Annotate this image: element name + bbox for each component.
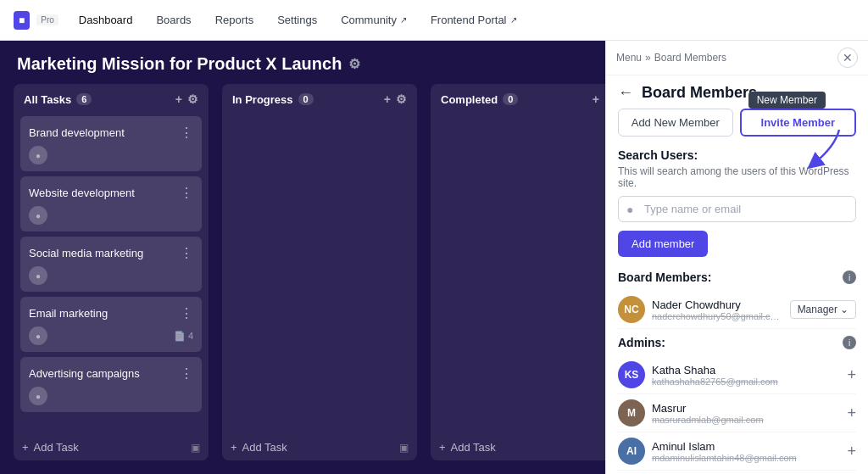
search-section: Search Users: This will search among the…	[618, 148, 856, 270]
member-email: naderchowdhury50@gmail.com	[652, 311, 783, 321]
avatar: NC	[618, 296, 645, 323]
search-input-wrap: ●	[618, 196, 856, 222]
nav-dashboard[interactable]: Dashboard	[69, 8, 143, 31]
panel-close-button[interactable]: ✕	[837, 47, 858, 68]
task-card: Email marketing ⋮ ● 📄 4	[20, 297, 202, 352]
column-count-all-tasks: 6	[76, 93, 92, 105]
column-count-completed: 0	[503, 93, 518, 105]
add-admin-button[interactable]: +	[847, 404, 856, 422]
avatar-icon: ●	[36, 332, 41, 341]
search-desc: This will search among the users of this…	[618, 165, 856, 189]
add-task-extra-icon: ▣	[399, 442, 409, 454]
task-avatar: ●	[29, 326, 47, 345]
board-title: Marketing Mission for Product X Launch	[17, 54, 342, 74]
attachment-count: 4	[188, 331, 193, 341]
add-task-button-in-progress[interactable]: + Add Task ▣	[222, 434, 417, 460]
panel-topbar: Menu » Board Members ✕	[606, 41, 868, 75]
add-task-icon[interactable]: +	[593, 92, 599, 106]
task-attachment: 📄 4	[174, 331, 193, 342]
settings-column-icon[interactable]: ⚙	[396, 92, 407, 106]
avatar-icon: ●	[36, 271, 41, 281]
admin-name: Aminul Islam	[652, 440, 840, 453]
board-header: Marketing Mission for Product X Launch ⚙	[0, 41, 605, 84]
breadcrumb-menu: Menu	[616, 52, 642, 64]
avatar-icon: ●	[36, 392, 41, 401]
breadcrumb-page: Board Members	[654, 52, 726, 64]
board-members-label: Board Members:	[618, 270, 711, 284]
admin-email: masruradmlab@gmail.com	[652, 415, 840, 425]
admin-row: KS Katha Shaha kathashaha82765@gmail.com…	[618, 356, 856, 394]
task-avatar: ●	[29, 206, 47, 225]
add-admin-button[interactable]: +	[847, 443, 856, 460]
task-avatar: ●	[29, 266, 47, 285]
panel-title-row: ← Board Members	[606, 75, 868, 109]
add-admin-button[interactable]: +	[847, 366, 856, 384]
avatar: KS	[618, 361, 645, 388]
column-count-in-progress: 0	[298, 93, 314, 105]
breadcrumb: Menu » Board Members	[616, 52, 726, 64]
avatar-icon: ●	[36, 211, 41, 220]
column-completed: Completed 0 + ⚙ + Add Task ▣	[431, 84, 605, 460]
add-task-extra-icon: ▣	[191, 442, 200, 454]
member-info: Nader Chowdhury naderchowdhury50@gmail.c…	[652, 298, 783, 321]
task-menu-icon[interactable]: ⋮	[180, 125, 193, 141]
breadcrumb-separator: »	[645, 52, 651, 64]
back-arrow-icon[interactable]: ←	[618, 84, 633, 102]
task-menu-icon[interactable]: ⋮	[180, 245, 193, 261]
plus-icon: +	[22, 441, 29, 454]
nav-frontend-portal[interactable]: Frontend Portal ↗	[420, 8, 527, 31]
role-dropdown[interactable]: Manager ⌄	[790, 300, 856, 319]
add-member-button[interactable]: Add member	[618, 231, 708, 257]
admin-row: M Masrur masruradmlab@gmail.com +	[618, 394, 856, 432]
avatar: AI	[618, 438, 645, 465]
main-area: Marketing Mission for Product X Launch ⚙…	[0, 41, 868, 474]
search-icon: ●	[626, 203, 633, 216]
search-input[interactable]	[618, 196, 856, 222]
admins-info-icon[interactable]: i	[843, 336, 856, 349]
task-title: Advertising campaigns	[29, 367, 140, 380]
task-avatar: ●	[29, 387, 47, 405]
attachment-icon: 📄	[174, 331, 186, 342]
board-area: Marketing Mission for Product X Launch ⚙…	[0, 41, 605, 474]
add-task-button-completed[interactable]: + Add Task ▣	[431, 434, 605, 460]
task-menu-icon[interactable]: ⋮	[180, 305, 193, 321]
columns-container: All Tasks 6 + ⚙ Brand development ⋮	[0, 84, 605, 474]
logo: ■	[14, 11, 30, 30]
column-body-all-tasks: Brand development ⋮ ● Website developmen…	[14, 113, 209, 434]
task-title: Brand development	[29, 126, 125, 139]
avatar: M	[618, 399, 645, 427]
add-task-button-all-tasks[interactable]: + Add Task ▣	[14, 434, 209, 460]
external-link-icon: ↗	[400, 15, 407, 25]
panel-content: Add New Member Invite Member Search User…	[606, 109, 868, 474]
nav-boards[interactable]: Boards	[146, 8, 201, 31]
task-card: Website development ⋮ ●	[20, 176, 202, 231]
add-task-icon[interactable]: +	[384, 92, 391, 106]
invite-member-button[interactable]: Invite Member	[740, 109, 857, 137]
board-members-info-icon[interactable]: i	[843, 270, 856, 284]
admin-email: mdaminulislamtahin48@gmail.com	[652, 453, 840, 463]
add-task-label: Add Task	[451, 441, 496, 454]
logo-icon: ■	[19, 14, 25, 26]
add-task-icon[interactable]: +	[175, 92, 182, 106]
plus-icon: +	[439, 441, 446, 454]
search-title: Search Users:	[618, 148, 856, 162]
task-menu-icon[interactable]: ⋮	[180, 185, 193, 201]
nav-settings[interactable]: Settings	[267, 8, 327, 31]
plus-icon: +	[231, 441, 237, 454]
task-title: Social media marketing	[29, 247, 143, 259]
member-name: Nader Chowdhury	[652, 298, 783, 311]
task-card: Advertising campaigns ⋮ ●	[20, 357, 202, 412]
task-menu-icon[interactable]: ⋮	[180, 365, 193, 382]
member-info: Katha Shaha kathashaha82765@gmail.com	[652, 364, 840, 387]
add-task-label: Add Task	[34, 441, 79, 454]
nav-reports[interactable]: Reports	[205, 8, 264, 31]
admin-name: Masrur	[652, 402, 840, 415]
add-new-member-button[interactable]: Add New Member	[618, 109, 733, 137]
member-row: NC Nader Chowdhury naderchowdhury50@gmai…	[618, 291, 856, 329]
settings-column-icon[interactable]: ⚙	[187, 92, 198, 106]
task-card: Brand development ⋮ ●	[20, 116, 202, 171]
right-panel: Menu » Board Members ✕ ← Board Members A…	[605, 41, 868, 474]
task-card: Social media marketing ⋮ ●	[20, 237, 202, 292]
column-header-completed: Completed 0 + ⚙	[431, 84, 605, 113]
nav-community[interactable]: Community ↗	[331, 8, 417, 31]
